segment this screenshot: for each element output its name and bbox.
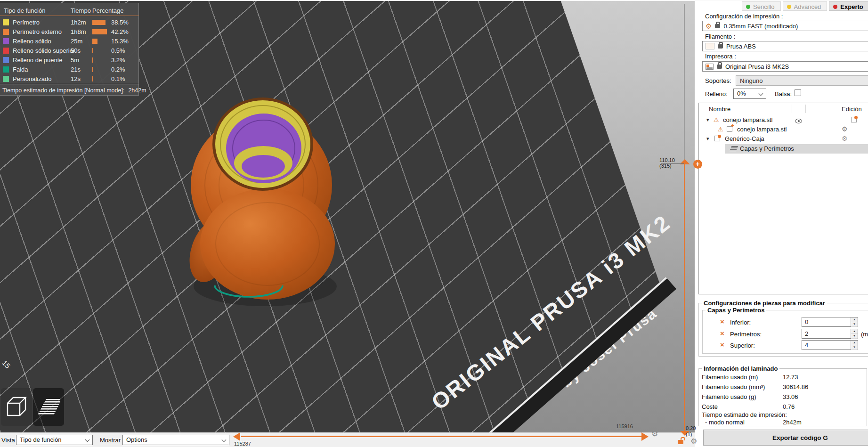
legend-row-bar xyxy=(92,48,93,53)
mode-simple-button[interactable]: Sencillo xyxy=(742,1,781,11)
chevron-down-icon[interactable]: ▾ xyxy=(706,117,709,123)
delete-setting-icon[interactable]: × xyxy=(720,317,724,325)
move-slider-right-arrow[interactable] xyxy=(641,432,649,441)
lower-layer-height-value: 0.20 xyxy=(686,425,696,431)
printer-label: Impresora : xyxy=(705,53,736,60)
layer-slider-track[interactable] xyxy=(684,4,685,433)
move-slider-gear-icon[interactable]: ⚙ xyxy=(651,430,658,438)
view-type-value: Tipo de función xyxy=(20,436,61,443)
export-gcode-button[interactable]: Exportar código G xyxy=(703,430,868,446)
estimated-time-value: 2h42m xyxy=(128,87,146,94)
layer-height-value: 110.10 xyxy=(659,157,683,163)
gear-icon[interactable]: ⚙ xyxy=(842,125,848,133)
top-layers-spinner[interactable]: 4 ▲▼ xyxy=(802,340,858,350)
mode-advanced-button[interactable]: Advanced xyxy=(783,1,827,11)
tree-header-name: Nombre xyxy=(709,106,730,113)
view-3d-button[interactable] xyxy=(1,388,32,426)
legend-row-percent: 0.5% xyxy=(111,47,125,54)
legend-row-label: Falda xyxy=(13,66,28,73)
model-conejo-lampara[interactable] xyxy=(183,89,340,306)
mode-switcher: Sencillo Advanced Experto xyxy=(742,1,868,11)
print-legend-panel: Tipo de función Tiempo Percentage Períme… xyxy=(0,3,139,96)
legend-row-label: Relleno de puente xyxy=(13,57,63,64)
delete-setting-icon[interactable]: × xyxy=(720,329,724,337)
edit-object-icon[interactable] xyxy=(851,117,857,122)
move-slider-left-arrow[interactable] xyxy=(233,432,240,441)
view-label: Vista xyxy=(1,437,15,444)
legend-row: Falda 21s 0.2% xyxy=(0,65,139,74)
bed-edge-number xyxy=(538,382,562,398)
tree-row-layers-selected[interactable]: Capas y Perímetros xyxy=(725,144,868,154)
raft-label: Balsa: xyxy=(775,90,792,98)
info-row-value: 0.76 xyxy=(783,403,795,410)
legend-header-percentage: Percentage xyxy=(92,7,124,14)
config-gear-icon: ⚙ xyxy=(706,23,712,30)
normal-mode-label: - modo normal xyxy=(705,419,745,426)
show-label: Mostrar xyxy=(100,437,121,444)
infill-select[interactable]: 0% xyxy=(733,89,766,99)
layer-slider-upper-label: 110.10 (315) xyxy=(659,157,683,169)
chevron-down-icon xyxy=(85,438,90,442)
spinner-arrows[interactable]: ▲▼ xyxy=(851,341,858,349)
info-row-value: 33.06 xyxy=(783,393,798,400)
filament-combo[interactable]: Prusa ABS xyxy=(702,41,868,51)
model-body xyxy=(200,188,335,300)
legend-color-swatch xyxy=(3,76,9,82)
part-settings-title: Configuraciones de piezas para modificar xyxy=(702,300,827,307)
printer-icon xyxy=(706,64,714,70)
unlock-icon[interactable] xyxy=(678,440,683,444)
window-top-edge xyxy=(0,0,868,1)
lock-icon xyxy=(717,65,722,69)
layers-icon xyxy=(37,395,60,419)
info-row-label: Filamento usado (m) xyxy=(702,374,758,381)
legend-row-time: 5m xyxy=(71,57,79,64)
printer-value: Original Prusa i3 MK2S xyxy=(725,63,789,70)
legend-row-label: Perímetro externo xyxy=(13,28,62,35)
tree-row-object[interactable]: ▾ ⚠ conejo lampara.stl xyxy=(699,115,868,125)
raft-checkbox[interactable] xyxy=(795,89,801,96)
tree-header-separator xyxy=(792,105,792,113)
red-dot-icon xyxy=(833,5,837,9)
add-color-change-button[interactable]: + xyxy=(693,160,702,169)
move-slider-track[interactable] xyxy=(241,436,642,437)
legend-row-time: 1h2m xyxy=(71,19,86,26)
legend-row-time: 12s xyxy=(71,75,81,82)
legend-separator xyxy=(0,16,139,16)
supports-select[interactable]: Ninguno xyxy=(736,75,868,86)
bed-edge-number xyxy=(606,324,629,340)
infill-value: 0% xyxy=(737,90,746,97)
tree-row-modifier-box[interactable]: ▾ Genérico-Caja ⚙ xyxy=(699,134,868,144)
perimeters-spinner[interactable]: 2 ▲▼ xyxy=(802,329,858,339)
tree-row-label: conejo lampara.stl xyxy=(723,116,773,123)
tree-row-label: Genérico-Caja xyxy=(725,135,764,142)
eye-icon[interactable] xyxy=(795,119,802,123)
printer-combo[interactable]: Original Prusa i3 MK2S xyxy=(702,61,868,72)
print-config-value: 0.35mm FAST (modificado) xyxy=(723,23,798,30)
legend-row-label: Perímetro xyxy=(13,19,40,26)
slider-settings-gear-icon[interactable]: ⚙ xyxy=(690,438,697,445)
bottom-layers-value: 0 xyxy=(805,318,808,325)
spinner-arrows[interactable]: ▲▼ xyxy=(851,317,858,326)
bottom-layers-label: Inferior: xyxy=(730,319,751,326)
legend-row-time: 50s xyxy=(71,47,81,54)
legend-row-percent: 0.1% xyxy=(111,75,125,82)
mode-expert-button[interactable]: Experto xyxy=(829,1,868,11)
view-preview-button[interactable] xyxy=(33,388,64,426)
delete-setting-icon[interactable]: × xyxy=(720,341,724,349)
view-type-select[interactable]: Tipo de función xyxy=(16,435,93,445)
spinner-arrows[interactable]: ▲▼ xyxy=(851,329,858,338)
yellow-dot-icon xyxy=(787,5,791,9)
legend-row: Relleno de puente 5m 3.2% xyxy=(0,56,139,65)
gear-icon[interactable]: ⚙ xyxy=(842,135,848,142)
legend-row-bar xyxy=(92,29,107,34)
move-slider-left-value: 115287 xyxy=(234,441,251,447)
legend-header-type: Tipo de función xyxy=(4,7,45,14)
tree-row-volume[interactable]: ⚠ conejo lampara.stl ⚙ xyxy=(699,125,868,134)
tree-header-edit: Edición xyxy=(842,106,862,113)
show-options-select[interactable]: Options xyxy=(122,435,229,445)
legend-color-swatch xyxy=(3,48,9,54)
top-layers-label: Superior: xyxy=(730,342,755,349)
bottom-layers-spinner[interactable]: 0 ▲▼ xyxy=(802,317,858,327)
print-config-combo[interactable]: ⚙ 0.35mm FAST (modificado) xyxy=(702,21,868,31)
chevron-down-icon[interactable]: ▾ xyxy=(706,136,709,142)
